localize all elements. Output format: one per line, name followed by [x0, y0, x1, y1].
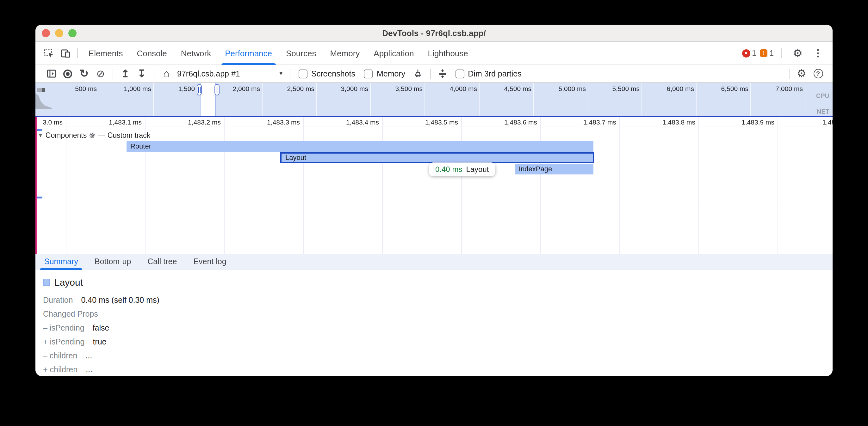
devtools-tab-bar: Elements Console Network Performance Sou…	[35, 42, 833, 65]
tab-event-log[interactable]: Event log	[193, 254, 226, 270]
tooltip-label: Layout	[466, 165, 489, 174]
tab-network[interactable]: Network	[174, 41, 218, 65]
more-options-icon[interactable]	[810, 45, 826, 61]
overview-tick-label: 5,000 ms	[559, 85, 586, 92]
summary-row-value: ...	[86, 365, 92, 374]
summary-row-label: + isPending	[43, 337, 85, 347]
summary-row-value: false	[93, 324, 110, 332]
overview-gridline	[642, 83, 642, 116]
summary-row-value: true	[93, 337, 106, 347]
summary-row-value: 0.40 ms (self 0.30 ms)	[81, 296, 159, 305]
screenshots-checkbox[interactable]	[299, 69, 307, 78]
dim-3rd-parties-label: Dim 3rd parties	[468, 69, 522, 78]
overview-tick-label: 4,500 ms	[504, 85, 531, 92]
help-icon[interactable]: ?	[810, 66, 826, 81]
inspect-element-icon[interactable]	[40, 45, 57, 61]
overview-gridline	[696, 83, 696, 116]
tab-bottom-up[interactable]: Bottom-up	[95, 254, 131, 270]
screenshots-checkbox-row[interactable]: Screenshots	[299, 69, 355, 78]
overview-tick-label: 3,000 ms	[341, 85, 368, 92]
load-profile-icon[interactable]	[117, 66, 133, 81]
overview-tick-label: 6,500 ms	[721, 85, 748, 92]
overview-gridline	[750, 83, 751, 116]
tab-performance[interactable]: Performance	[218, 41, 279, 65]
summary-panel: Layout Duration0.40 ms (self 0.30 ms) Ch…	[35, 270, 833, 376]
summary-row: – children...	[43, 349, 833, 363]
divider	[430, 69, 431, 79]
tab-summary[interactable]: Summary	[44, 254, 78, 270]
event-color-swatch	[43, 279, 50, 286]
ruler-tick-label: 1,483.1 ms	[109, 118, 142, 126]
components-track-header[interactable]: ▼ Components — Custom track	[38, 131, 150, 139]
selection-right-handle[interactable]	[214, 84, 220, 95]
track-edge-marker	[35, 117, 37, 255]
memory-checkbox-row[interactable]: Memory	[364, 69, 405, 78]
overview-tick-label: 2,000 ms	[233, 85, 260, 92]
desktop-background: DevTools - 97r6ql.csb.app/ Elements Cons…	[0, 0, 868, 426]
selection-left-handle[interactable]	[197, 84, 202, 95]
overview-tick-label: 5,500 ms	[612, 85, 640, 92]
collect-garbage-icon[interactable]	[410, 66, 426, 81]
track-name: Components	[45, 131, 87, 139]
save-profile-icon[interactable]	[133, 66, 150, 81]
ruler-tick-label: 1,483.3 ms	[267, 118, 300, 126]
dim-3rd-parties-checkbox-row[interactable]: Dim 3rd parties	[455, 69, 522, 78]
summary-row: + isPendingtrue	[43, 335, 833, 349]
error-count: 1	[752, 49, 756, 58]
summary-row-label: Duration	[43, 296, 73, 305]
overview-gridline	[316, 83, 317, 116]
clipped-event-marker	[37, 197, 42, 198]
flame-chart[interactable]: ▼ Components — Custom track Router Layou…	[35, 126, 833, 254]
history-dropdown[interactable]: 97r6ql.csb.app #1 ▼	[175, 69, 286, 78]
divider	[154, 69, 154, 79]
divider	[113, 69, 113, 79]
overview-gridline	[805, 83, 805, 116]
ruler-tick-label: 1,483.4 ms	[346, 118, 379, 126]
collapse-triangle-icon[interactable]: ▼	[38, 132, 43, 138]
tab-elements[interactable]: Elements	[82, 41, 130, 65]
tab-call-tree[interactable]: Call tree	[147, 254, 177, 270]
overview-gridline	[99, 83, 99, 116]
toggle-sidebar-icon[interactable]	[43, 66, 59, 81]
overview-gridline	[262, 83, 262, 116]
overview-gridline	[588, 83, 588, 116]
clear-icon[interactable]	[92, 66, 109, 81]
record-and-reload-icon[interactable]	[76, 66, 92, 81]
flame-bar-router[interactable]: Router	[127, 141, 593, 152]
window-title: DevTools - 97r6ql.csb.app/	[35, 25, 833, 42]
live-metrics-home-icon[interactable]	[158, 66, 175, 81]
flame-bar-indexpage[interactable]: IndexPage	[515, 164, 593, 174]
record-icon[interactable]	[59, 66, 76, 81]
capture-settings-gear-icon[interactable]	[793, 66, 810, 81]
overview-selection-window[interactable]	[200, 83, 216, 116]
tab-console[interactable]: Console	[130, 41, 174, 65]
settings-gear-icon[interactable]	[789, 45, 806, 61]
history-dropdown-value: 97r6ql.csb.app #1	[177, 69, 240, 78]
overview-tick-label: 7,000 ms	[776, 85, 803, 92]
warning-badge-icon[interactable]: !	[760, 49, 768, 57]
toggle-device-toolbar-icon[interactable]	[57, 45, 73, 61]
error-badge-icon[interactable]: ×	[742, 49, 750, 57]
ruler-tick-label: 1,483.2 ms	[188, 118, 221, 126]
track-bottom-separator	[35, 200, 833, 200]
flame-bar-tooltip: 0.40 ms Layout	[429, 162, 495, 176]
cpu-net-lane-separator	[35, 109, 833, 109]
summary-title-row: Layout	[43, 277, 833, 288]
summary-row: + children...	[43, 363, 833, 376]
timeline-overview[interactable]: 500 ms 1,000 ms 1,500 ms 2,000 ms 2,500 …	[35, 83, 833, 116]
tab-lighthouse[interactable]: Lighthouse	[421, 41, 475, 65]
dim-3rd-parties-checkbox[interactable]	[455, 69, 464, 78]
memory-label: Memory	[377, 69, 405, 78]
flame-bar-layout[interactable]: Layout	[280, 152, 594, 163]
memory-checkbox[interactable]	[364, 69, 373, 78]
overview-gridline	[479, 83, 479, 116]
summary-row: Duration0.40 ms (self 0.30 ms)	[43, 293, 833, 307]
tab-application[interactable]: Application	[367, 41, 421, 65]
shortcuts-compress-icon[interactable]	[434, 66, 451, 81]
performance-toolbar: 97r6ql.csb.app #1 ▼ Screenshots Memory	[35, 65, 833, 83]
divider	[290, 69, 290, 79]
overview-tick-label: 4,000 ms	[450, 85, 477, 92]
summary-row-label: + children	[43, 365, 78, 374]
tab-sources[interactable]: Sources	[279, 41, 323, 65]
tab-memory[interactable]: Memory	[323, 41, 367, 65]
